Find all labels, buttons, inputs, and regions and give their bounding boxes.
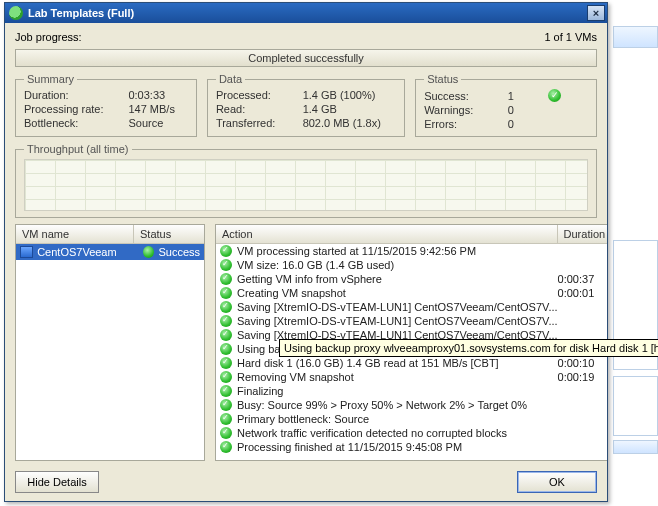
status-group: Status Success: 1 ✓ Warnings: 0 Errors: … bbox=[415, 73, 597, 137]
background-toolbar-stripe bbox=[613, 26, 658, 48]
processed-value: 1.4 GB (100%) bbox=[303, 89, 397, 101]
action-duration: 0:00:10 bbox=[558, 357, 607, 369]
action-text: Removing VM snapshot bbox=[237, 371, 558, 383]
check-icon bbox=[143, 246, 154, 258]
bottleneck-value: Source bbox=[128, 117, 187, 129]
window-title: Lab Templates (Full) bbox=[28, 7, 134, 19]
action-duration: 0:00:37 bbox=[558, 273, 607, 285]
ok-button[interactable]: OK bbox=[517, 471, 597, 493]
action-row[interactable]: Primary bottleneck: Source bbox=[216, 412, 607, 426]
action-row[interactable]: Hard disk 1 (16.0 GB) 1.4 GB read at 151… bbox=[216, 356, 607, 370]
action-row[interactable]: Saving [XtremIO-DS-vTEAM-LUN1] CentOS7Ve… bbox=[216, 300, 607, 314]
warnings-value: 0 bbox=[508, 104, 541, 116]
action-text: Saving [XtremIO-DS-vTEAM-LUN1] CentOS7Ve… bbox=[237, 301, 558, 313]
job-dialog: Lab Templates (Full) × Job progress: 1 o… bbox=[4, 2, 608, 502]
background-panel-stripe bbox=[613, 376, 658, 436]
action-col-duration[interactable]: Duration bbox=[558, 225, 607, 243]
tooltip: Using backup proxy wlveeamproxy01.sovsys… bbox=[279, 339, 658, 357]
app-icon bbox=[9, 6, 23, 20]
action-text: Primary bottleneck: Source bbox=[237, 413, 558, 425]
bottleneck-label: Bottleneck: bbox=[24, 117, 116, 129]
hide-details-button[interactable]: Hide Details bbox=[15, 471, 99, 493]
check-icon bbox=[220, 259, 232, 271]
success-value: 1 bbox=[508, 90, 541, 102]
data-legend: Data bbox=[216, 73, 245, 85]
action-row[interactable]: Network traffic verification detected no… bbox=[216, 426, 607, 440]
action-text: VM size: 16.0 GB (1.4 GB used) bbox=[237, 259, 558, 271]
action-text: VM processing started at 11/15/2015 9:42… bbox=[237, 245, 558, 257]
success-label: Success: bbox=[424, 90, 500, 102]
vm-row[interactable]: CentOS7Veeam Success bbox=[16, 244, 204, 260]
action-row[interactable]: Getting VM info from vSphere0:00:37 bbox=[216, 272, 607, 286]
close-button[interactable]: × bbox=[587, 5, 605, 21]
duration-value: 0:03:33 bbox=[128, 89, 187, 101]
read-value: 1.4 GB bbox=[303, 103, 397, 115]
action-text: Saving [XtremIO-DS-vTEAM-LUN1] CentOS7Ve… bbox=[237, 315, 558, 327]
action-duration: 0:00:01 bbox=[558, 287, 607, 299]
transferred-label: Transferred: bbox=[216, 117, 291, 129]
data-group: Data Processed: 1.4 GB (100%) Read: 1.4 … bbox=[207, 73, 405, 137]
check-icon bbox=[220, 413, 232, 425]
check-icon bbox=[220, 301, 232, 313]
check-icon bbox=[220, 399, 232, 411]
check-icon bbox=[220, 343, 232, 355]
check-icon bbox=[220, 273, 232, 285]
job-progress-label: Job progress: bbox=[15, 31, 82, 43]
action-text: Creating VM snapshot bbox=[237, 287, 558, 299]
warnings-label: Warnings: bbox=[424, 104, 500, 116]
transferred-value: 802.0 MB (1.8x) bbox=[303, 117, 397, 129]
check-icon bbox=[220, 315, 232, 327]
rate-value: 147 MB/s bbox=[128, 103, 187, 115]
check-icon bbox=[220, 287, 232, 299]
titlebar[interactable]: Lab Templates (Full) × bbox=[5, 3, 607, 23]
action-text: Getting VM info from vSphere bbox=[237, 273, 558, 285]
summary-group: Summary Duration: 0:03:33 Processing rat… bbox=[15, 73, 197, 137]
errors-value: 0 bbox=[508, 118, 541, 130]
vm-icon bbox=[20, 246, 33, 258]
action-duration: 0:00:19 bbox=[558, 371, 607, 383]
progress-bar-text: Completed successfully bbox=[248, 52, 364, 64]
errors-label: Errors: bbox=[424, 118, 500, 130]
job-progress-counter: 1 of 1 VMs bbox=[544, 31, 597, 43]
action-row[interactable]: VM processing started at 11/15/2015 9:42… bbox=[216, 244, 607, 258]
vm-row-name: CentOS7Veeam bbox=[37, 246, 141, 258]
check-icon bbox=[220, 441, 232, 453]
action-text: Network traffic verification detected no… bbox=[237, 427, 558, 439]
action-row[interactable]: Removing VM snapshot0:00:19 bbox=[216, 370, 607, 384]
rate-label: Processing rate: bbox=[24, 103, 116, 115]
action-text: Hard disk 1 (16.0 GB) 1.4 GB read at 151… bbox=[237, 357, 558, 369]
summary-legend: Summary bbox=[24, 73, 77, 85]
action-row[interactable]: Processing finished at 11/15/2015 9:45:0… bbox=[216, 440, 607, 454]
action-row[interactable]: Busy: Source 99% > Proxy 50% > Network 2… bbox=[216, 398, 607, 412]
action-row[interactable]: Saving [XtremIO-DS-vTEAM-LUN1] CentOS7Ve… bbox=[216, 314, 607, 328]
check-icon bbox=[220, 427, 232, 439]
throughput-legend: Throughput (all time) bbox=[24, 143, 132, 155]
read-label: Read: bbox=[216, 103, 291, 115]
action-row[interactable]: VM size: 16.0 GB (1.4 GB used) bbox=[216, 258, 607, 272]
action-text: Finalizing bbox=[237, 385, 558, 397]
success-check-icon: ✓ bbox=[548, 89, 561, 102]
duration-label: Duration: bbox=[24, 89, 116, 101]
check-icon bbox=[220, 329, 232, 341]
progress-bar: Completed successfully bbox=[15, 49, 597, 67]
action-col-action[interactable]: Action bbox=[216, 225, 558, 243]
vm-col-name[interactable]: VM name bbox=[16, 225, 134, 243]
action-text: Busy: Source 99% > Proxy 50% > Network 2… bbox=[237, 399, 558, 411]
throughput-chart bbox=[24, 159, 588, 211]
vm-list-panel: VM name Status CentOS7Veeam Success bbox=[15, 224, 205, 461]
background-panel-stripe bbox=[613, 440, 658, 454]
check-icon bbox=[220, 385, 232, 397]
check-icon bbox=[220, 245, 232, 257]
action-text: Processing finished at 11/15/2015 9:45:0… bbox=[237, 441, 558, 453]
status-legend: Status bbox=[424, 73, 461, 85]
check-icon bbox=[220, 357, 232, 369]
throughput-group: Throughput (all time) bbox=[15, 143, 597, 218]
check-icon bbox=[220, 371, 232, 383]
processed-label: Processed: bbox=[216, 89, 291, 101]
action-row[interactable]: Finalizing bbox=[216, 384, 607, 398]
vm-row-status: Success bbox=[158, 246, 200, 258]
action-row[interactable]: Creating VM snapshot0:00:01 bbox=[216, 286, 607, 300]
vm-col-status[interactable]: Status bbox=[134, 225, 204, 243]
